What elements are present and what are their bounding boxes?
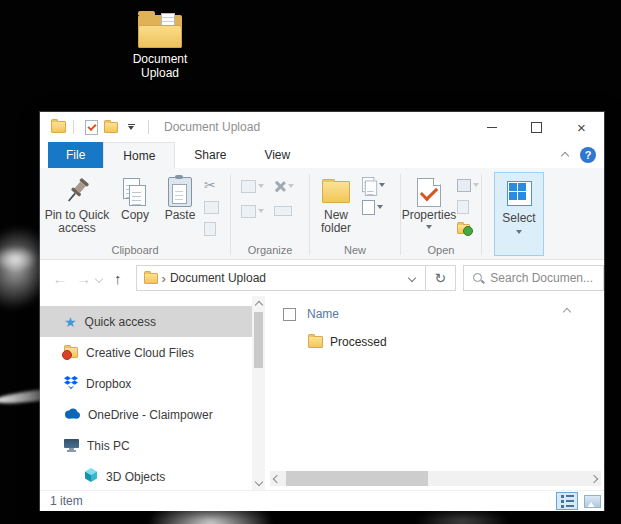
tab-share[interactable]: Share <box>175 142 245 168</box>
rename-button[interactable] <box>274 203 292 219</box>
edit-button[interactable] <box>457 199 479 215</box>
forward-button[interactable]: → <box>72 270 96 287</box>
desktop-icon-document-upload[interactable]: Document Upload <box>118 12 202 80</box>
recent-locations-button[interactable] <box>96 271 102 285</box>
easy-access-icon <box>362 177 373 189</box>
address-bar[interactable]: › Document Upload ↻ <box>136 265 456 291</box>
file-list-pane: Name Processed <box>265 296 604 490</box>
ribbon-group-organize: Organize <box>231 170 309 259</box>
scrollbar-thumb[interactable] <box>286 471 428 486</box>
cut-button[interactable]: ✂ <box>204 177 226 193</box>
minimize-icon <box>487 127 497 128</box>
view-buttons <box>556 491 603 511</box>
desktop-icon-label: Document Upload <box>118 52 202 80</box>
breadcrumb-location[interactable]: Document Upload <box>170 271 399 285</box>
scroll-right-button[interactable] <box>587 476 601 482</box>
dropbox-icon <box>64 376 78 392</box>
easy-access-button[interactable] <box>362 177 396 193</box>
button-label: Copy <box>121 209 149 222</box>
column-header-name[interactable]: Name <box>307 307 339 321</box>
group-label-new: New <box>310 243 400 259</box>
explorer-window: Document Upload × File Home Share View ? <box>40 112 604 510</box>
tab-file[interactable]: File <box>48 142 103 168</box>
details-view-button[interactable] <box>556 492 578 510</box>
large-icons-view-button[interactable] <box>581 492 603 510</box>
search-input[interactable] <box>488 270 599 286</box>
select-all-checkbox[interactable] <box>283 308 296 321</box>
sidebar-item-this-pc[interactable]: This PC <box>40 430 252 461</box>
search-box[interactable] <box>463 265 604 291</box>
copy-path-icon <box>204 201 219 214</box>
breadcrumb-chevron-icon: › <box>162 271 166 286</box>
sort-ascending-icon[interactable] <box>564 304 570 318</box>
copy-icon <box>123 175 147 209</box>
paste-shortcut-button[interactable] <box>204 221 226 237</box>
column-header-row: Name <box>265 304 604 324</box>
scrollbar-thumb[interactable] <box>254 312 263 368</box>
sidebar-item-creative-cloud-files[interactable]: Creative Cloud Files <box>40 337 252 368</box>
maximize-button[interactable] <box>514 112 559 142</box>
up-button[interactable]: ↑ <box>106 270 130 287</box>
address-dropdown-button[interactable] <box>399 266 425 290</box>
file-name: Processed <box>330 335 387 349</box>
delete-button[interactable] <box>274 178 294 194</box>
qat-customize-button[interactable] <box>121 116 141 138</box>
sidebar-scrollbar[interactable] <box>252 296 265 490</box>
close-icon: × <box>577 120 586 135</box>
scroll-down-button[interactable] <box>252 475 265 488</box>
title-bar[interactable]: Document Upload × <box>40 112 604 142</box>
open-button[interactable] <box>457 177 479 193</box>
window-controls: × <box>469 112 604 142</box>
pushpin-icon <box>65 175 89 209</box>
sidebar-item-quick-access[interactable]: ★ Quick access <box>40 306 252 337</box>
paste-button[interactable]: Paste <box>156 170 204 222</box>
breadcrumb-folder-icon <box>144 273 158 284</box>
copy-to-button[interactable] <box>241 203 264 219</box>
pin-to-quick-access-button[interactable]: Pin to Quick access <box>40 170 114 235</box>
sidebar-item-dropbox[interactable]: Dropbox <box>40 368 252 399</box>
new-small-buttons <box>362 170 396 215</box>
divider <box>73 120 74 134</box>
close-button[interactable]: × <box>559 112 604 142</box>
status-bar: 1 item <box>40 490 604 511</box>
tab-view[interactable]: View <box>245 142 309 168</box>
minimize-ribbon-button[interactable] <box>562 148 568 162</box>
button-label: New folder <box>310 209 362 235</box>
button-label: Properties <box>402 209 457 222</box>
large-icons-view-icon <box>584 495 601 508</box>
qat-properties-button[interactable] <box>81 116 101 138</box>
select-button[interactable]: Select <box>494 172 544 256</box>
address-toolbar: ← → ↑ › Document Upload ↻ <box>40 260 604 296</box>
history-button[interactable] <box>457 221 479 237</box>
button-label: Pin to Quick access <box>40 209 114 235</box>
paste-shortcut-icon <box>204 222 216 236</box>
new-item-button[interactable] <box>362 199 396 215</box>
chevron-down-icon <box>258 184 264 188</box>
copy-path-button[interactable] <box>204 199 226 215</box>
window-folder-icon <box>51 121 66 133</box>
sidebar-item-onedrive[interactable]: OneDrive - Claimpower <box>40 399 252 430</box>
chevron-down-icon <box>377 205 383 209</box>
tab-home[interactable]: Home <box>103 142 175 168</box>
minimize-button[interactable] <box>469 112 514 142</box>
chevron-down-icon <box>288 184 294 188</box>
horizontal-scrollbar[interactable] <box>270 471 601 486</box>
scroll-left-button[interactable] <box>270 476 284 482</box>
3d-cube-icon <box>84 468 98 485</box>
item-count: 1 item <box>50 494 83 508</box>
help-button[interactable]: ? <box>580 147 596 163</box>
clipboard-small-buttons: ✂ <box>204 170 226 237</box>
scroll-up-button[interactable] <box>252 298 265 311</box>
move-to-button[interactable] <box>241 178 264 194</box>
ribbon-group-clipboard: Pin to Quick access Copy Paste <box>40 170 230 259</box>
chevron-down-icon <box>473 183 479 187</box>
back-button[interactable]: ← <box>48 270 72 287</box>
file-row-processed[interactable]: Processed <box>265 332 604 352</box>
copy-button[interactable]: Copy <box>114 170 156 222</box>
qat-new-folder-button[interactable] <box>101 116 121 138</box>
new-folder-button[interactable]: New folder <box>310 170 362 235</box>
sidebar-item-3d-objects[interactable]: 3D Objects <box>40 461 252 490</box>
folder-front <box>138 25 182 48</box>
properties-button[interactable]: Properties <box>401 170 457 229</box>
refresh-button[interactable]: ↻ <box>425 266 455 290</box>
